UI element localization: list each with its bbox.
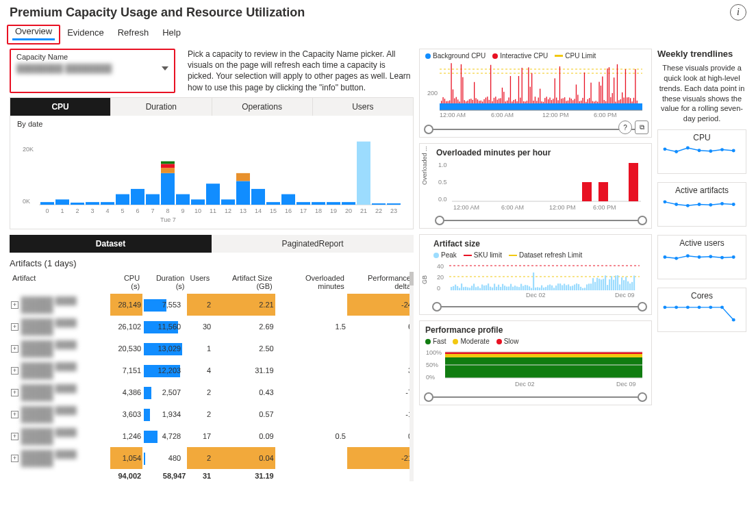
artifact-size-slider[interactable] <box>433 302 646 312</box>
expand-icon[interactable]: + <box>11 411 18 418</box>
metric-tab-operations[interactable]: Operations <box>212 98 313 116</box>
expand-icon[interactable]: + <box>11 323 18 331</box>
svg-rect-9 <box>131 189 144 205</box>
help-icon[interactable]: ? <box>618 121 632 134</box>
dataset-tab-paginated[interactable]: PaginatedReport <box>212 235 414 253</box>
overloaded-chart[interactable]: 1.0 0.5 0.0 12:00 AM 6:00 AM 12:00 PM 6:… <box>436 160 646 212</box>
svg-rect-241 <box>533 273 534 290</box>
svg-rect-8 <box>116 194 129 204</box>
svg-text:9: 9 <box>181 207 184 214</box>
tab-refresh[interactable]: Refresh <box>111 25 156 45</box>
svg-rect-230 <box>510 284 512 290</box>
svg-text:5: 5 <box>121 207 124 214</box>
svg-rect-233 <box>516 287 518 290</box>
weekly-card[interactable]: Active artifacts <box>657 182 746 227</box>
svg-rect-273 <box>598 279 600 290</box>
svg-point-315 <box>709 203 712 207</box>
table-row[interactable]: +██████ ████ ██████1,2464,728170.090.50 <box>10 425 414 447</box>
svg-point-304 <box>663 147 666 151</box>
svg-rect-102 <box>512 101 512 103</box>
table-header[interactable]: Performance delta <box>347 271 414 294</box>
svg-text:20: 20 <box>437 274 444 281</box>
capacity-name-picker[interactable]: Capacity Name ████████ ████████ <box>10 49 175 93</box>
svg-text:20K: 20K <box>23 146 34 153</box>
svg-rect-30 <box>387 203 401 205</box>
tab-overview[interactable]: Overview <box>8 23 59 43</box>
svg-point-309 <box>720 148 724 151</box>
table-row[interactable]: +██████ ████ ██████20,53013,02912.50 <box>10 338 414 359</box>
svg-point-329 <box>709 305 712 309</box>
svg-rect-28 <box>357 141 370 204</box>
svg-rect-259 <box>570 286 571 290</box>
svg-rect-83 <box>481 101 481 103</box>
svg-rect-59 <box>441 101 442 103</box>
table-header[interactable]: Duration (s) <box>142 271 187 294</box>
expand-icon[interactable]: + <box>11 455 18 462</box>
weekly-text: These visuals provide a quick look at hi… <box>657 63 746 124</box>
expand-icon[interactable]: + <box>11 345 18 353</box>
copy-icon[interactable]: ⧉ <box>635 121 648 134</box>
weekly-card[interactable]: Active users <box>657 235 746 279</box>
svg-rect-171 <box>625 69 626 103</box>
weekly-card[interactable]: CPU <box>657 129 746 174</box>
table-row[interactable]: +██████ ████ ██████4,3862,50720.43-7 <box>10 381 414 403</box>
expand-icon[interactable]: + <box>11 433 18 440</box>
expand-icon[interactable]: + <box>11 389 18 396</box>
svg-rect-288 <box>629 283 631 290</box>
metric-tab-duration[interactable]: Duration <box>111 98 212 116</box>
table-header[interactable]: Artifact Size (GB) <box>212 271 275 294</box>
svg-rect-25 <box>312 202 325 205</box>
table-header[interactable]: CPU (s) <box>110 271 142 294</box>
table-row[interactable]: +██████ ████ ██████28,1497,55322.21-24 <box>10 294 414 316</box>
cpu-timeline-slider[interactable] <box>425 125 646 134</box>
tab-evidence[interactable]: Evidence <box>60 25 110 45</box>
table-row[interactable]: +██████ ████ ██████1,05448020.04-21 <box>10 447 414 469</box>
svg-point-325 <box>663 305 666 309</box>
svg-rect-218 <box>486 286 487 290</box>
table-row[interactable]: +██████ ████ ██████26,10211,560302.691.5… <box>10 316 414 338</box>
svg-rect-221 <box>492 288 493 290</box>
svg-text:15: 15 <box>270 207 277 214</box>
svg-rect-179 <box>440 103 642 110</box>
artifact-name: ██████ ████ ██████ <box>21 384 109 401</box>
svg-text:16: 16 <box>285 207 292 214</box>
svg-text:14: 14 <box>255 207 262 214</box>
svg-rect-203 <box>455 285 456 290</box>
svg-point-322 <box>709 255 712 258</box>
bydate-chart[interactable]: 20K 0K 012345678910111213141516171819202… <box>17 129 406 225</box>
svg-rect-114 <box>531 73 532 103</box>
page-tabs: Overview Evidence Refresh Help <box>0 25 756 45</box>
table-header[interactable]: Users <box>187 271 212 294</box>
picker-value: ████████ ████████ <box>16 64 112 73</box>
svg-rect-85 <box>483 99 484 103</box>
info-icon[interactable]: i <box>730 4 746 21</box>
table-row[interactable]: +██████ ████ ██████7,15112,203431.193 <box>10 359 414 381</box>
svg-point-328 <box>698 305 701 309</box>
svg-rect-146 <box>584 73 585 103</box>
table-row[interactable]: +██████ ████ ██████3,6031,93420.57-1 <box>10 403 414 425</box>
table-header[interactable]: Overloaded minutes <box>275 271 347 294</box>
perf-profile-slider[interactable] <box>425 392 646 402</box>
svg-point-327 <box>686 305 690 309</box>
weekly-card[interactable]: Cores <box>657 288 746 332</box>
table-scrollbar-thumb[interactable] <box>410 272 414 286</box>
overloaded-slider[interactable] <box>436 216 646 225</box>
metric-tab-cpu[interactable]: CPU <box>10 98 111 116</box>
svg-rect-246 <box>543 288 544 290</box>
svg-rect-127 <box>553 99 553 103</box>
svg-rect-164 <box>614 77 614 103</box>
cpu-timeline-chart[interactable]: 200 12:00 AM 6:00 AM 12:00 PM 6:00 PM <box>425 62 646 121</box>
svg-rect-16 <box>191 199 205 205</box>
metric-tab-users[interactable]: Users <box>313 98 413 116</box>
expand-icon[interactable]: + <box>11 367 18 375</box>
svg-text:40: 40 <box>437 263 444 270</box>
svg-rect-166 <box>617 64 618 103</box>
dataset-tab-dataset[interactable]: Dataset <box>10 235 212 253</box>
svg-rect-133 <box>563 98 564 103</box>
tab-help[interactable]: Help <box>155 25 188 45</box>
expand-icon[interactable]: + <box>11 301 18 309</box>
svg-rect-119 <box>540 89 540 103</box>
artifact-size-chart[interactable]: 40 20 0 Dec 02 Dec 09 <box>433 262 646 299</box>
perf-profile-chart[interactable]: 100% 50% 0% Dec 02 Dec 09 <box>425 348 646 389</box>
table-header[interactable]: Artifact <box>10 271 110 294</box>
